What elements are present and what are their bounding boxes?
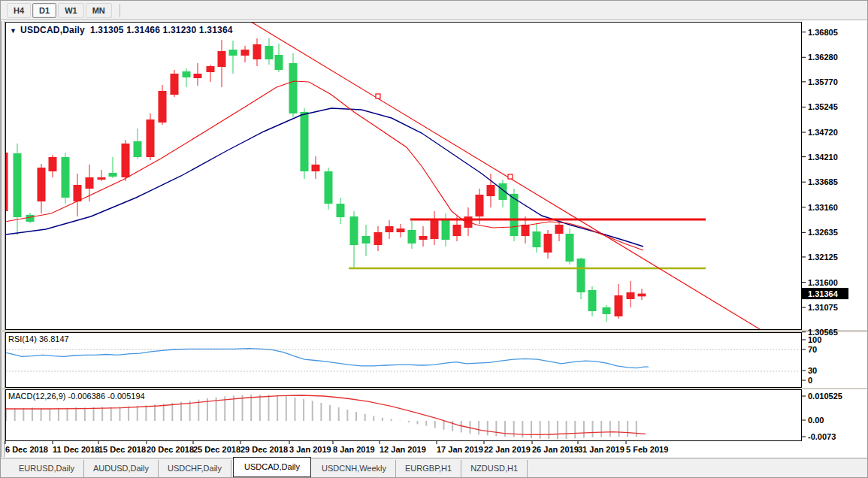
svg-text:0.010525: 0.010525 — [808, 392, 842, 401]
trendline-handle — [508, 174, 513, 179]
chart-title: ▼USDCAD,Daily 1.31305 1.31466 1.31230 1.… — [10, 25, 233, 35]
chart-symbol-label: USDCAD,Daily — [20, 25, 85, 35]
date-axis: 6 Dec 201811 Dec 201815 Dec 201820 Dec 2… — [5, 441, 668, 454]
trading-terminal-window: { "toolbar": { "buttons": ["H4", "D1", "… — [0, 0, 868, 478]
svg-text:5 Feb 2019: 5 Feb 2019 — [626, 445, 668, 454]
macd-axis: 0.0105250.00-0.0073 — [802, 392, 842, 441]
svg-text:8 Jan 2019: 8 Jan 2019 — [333, 445, 375, 454]
svg-text:-0.0073: -0.0073 — [808, 432, 836, 441]
ma-blue-line — [1, 108, 643, 247]
svg-text:100: 100 — [808, 335, 821, 344]
svg-text:1.35245: 1.35245 — [808, 102, 838, 111]
svg-text:0.00: 0.00 — [808, 416, 824, 425]
svg-text:3 Jan 2019: 3 Jan 2019 — [289, 445, 331, 454]
svg-text:1.31600: 1.31600 — [808, 278, 838, 287]
svg-text:30: 30 — [808, 366, 817, 375]
macd-label: MACD(12,26,9) -0.006386 -0.005194 — [8, 392, 145, 401]
rsi-label: RSI(14) 36.8147 — [8, 334, 69, 343]
svg-text:1.35770: 1.35770 — [808, 77, 838, 86]
svg-text:25 Dec 2018: 25 Dec 2018 — [193, 445, 240, 454]
svg-text:1.31364: 1.31364 — [808, 289, 839, 298]
svg-text:22 Jan 2019: 22 Jan 2019 — [484, 445, 531, 454]
svg-text:70: 70 — [808, 345, 817, 354]
svg-text:17 Jan 2019: 17 Jan 2019 — [437, 445, 483, 454]
ma-red-line — [1, 81, 643, 250]
svg-text:1.34210: 1.34210 — [808, 153, 838, 162]
svg-text:1.32635: 1.32635 — [808, 228, 838, 237]
svg-text:11 Dec 2018: 11 Dec 2018 — [53, 445, 99, 454]
macd-histogram — [1, 395, 646, 439]
svg-text:1.33160: 1.33160 — [808, 203, 838, 212]
svg-text:1.36805: 1.36805 — [808, 28, 838, 37]
price-chart-canvas[interactable]: 1.368051.362801.357701.352451.347201.342… — [1, 1, 868, 478]
svg-text:1.33685: 1.33685 — [808, 177, 838, 186]
rsi-axis: 10070300 — [802, 335, 821, 385]
svg-text:12 Jan 2019: 12 Jan 2019 — [380, 445, 426, 454]
rsi-line — [1, 349, 649, 368]
svg-text:1.34720: 1.34720 — [808, 128, 838, 137]
current-price-badge: 1.31364 — [802, 288, 848, 299]
svg-text:31 Jan 2019: 31 Jan 2019 — [578, 445, 625, 454]
svg-text:6 Dec 2018: 6 Dec 2018 — [5, 445, 48, 454]
chart-ohlc-values: 1.31305 1.31466 1.31230 1.31364 — [90, 25, 233, 35]
svg-text:15 Dec 2018: 15 Dec 2018 — [98, 445, 146, 454]
trendline-handle — [376, 94, 380, 98]
svg-text:29 Dec 2018: 29 Dec 2018 — [240, 445, 288, 454]
symbol-dropdown-icon[interactable]: ▼ — [10, 27, 17, 35]
svg-text:26 Jan 2019: 26 Jan 2019 — [532, 445, 579, 454]
svg-text:1.32125: 1.32125 — [808, 253, 838, 262]
svg-text:1.36280: 1.36280 — [808, 53, 838, 62]
svg-text:0: 0 — [808, 376, 812, 385]
svg-text:20 Dec 2018: 20 Dec 2018 — [147, 445, 194, 454]
candles-layer — [1, 38, 646, 322]
rsi-layer — [1, 349, 801, 371]
svg-text:1.31075: 1.31075 — [808, 303, 838, 312]
